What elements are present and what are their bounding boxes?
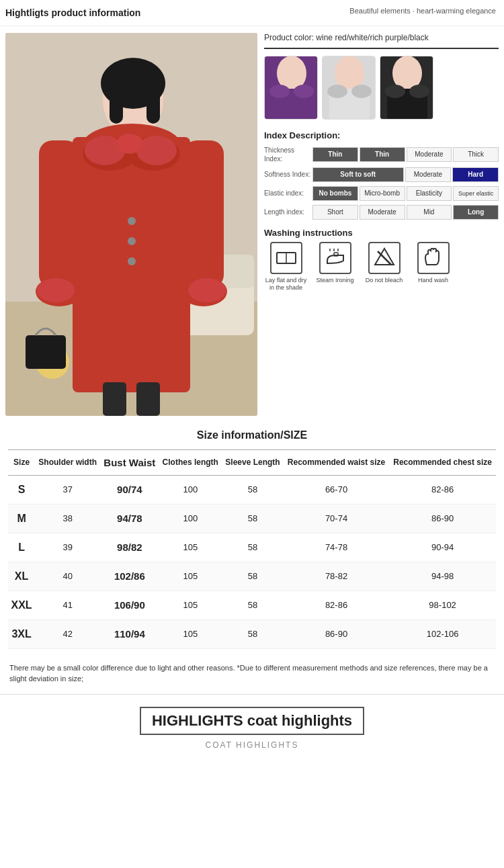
- index-section: Index Description: Thickness Index: Thin…: [264, 130, 499, 220]
- table-cell: L: [8, 533, 35, 562]
- disclaimer: There may be a small color difference du…: [0, 656, 504, 691]
- svg-point-38: [327, 85, 347, 98]
- col-clothes-length: Clothes length: [159, 449, 222, 475]
- washing-icons: Lay flat and dry in the shade Steam Iron…: [264, 242, 499, 292]
- table-cell: 100: [159, 504, 222, 533]
- swatch-purple-img: [265, 56, 318, 120]
- svg-rect-17: [183, 140, 224, 288]
- table-cell: 42: [35, 619, 100, 648]
- table-cell: 90/74: [100, 475, 159, 504]
- svg-rect-7: [110, 83, 123, 124]
- table-cell: 58: [222, 619, 284, 648]
- wash-item-bleach: Do not bleach: [362, 242, 406, 285]
- svg-point-23: [128, 237, 136, 245]
- table-cell: 105: [159, 562, 222, 591]
- index-title: Index Description:: [264, 130, 499, 140]
- size-table: Size Shoulder width Bust Waist Clothes l…: [8, 449, 496, 649]
- table-cell: S: [8, 475, 35, 504]
- washing-section: Washing instructions Lay flat and dry in…: [264, 228, 499, 292]
- table-cell: 94/78: [100, 504, 159, 533]
- length-label: Length index:: [264, 208, 312, 216]
- product-info: Product color: wine red/white/rich purpl…: [264, 33, 499, 416]
- table-cell: 58: [222, 562, 284, 591]
- washing-title: Washing instructions: [264, 228, 499, 238]
- table-cell: 100: [159, 475, 222, 504]
- wash-item-hand: Hand wash: [411, 242, 455, 285]
- table-cell: M: [8, 504, 35, 533]
- flat-dry-label: Lay flat and dry in the shade: [264, 277, 308, 292]
- table-cell: 105: [159, 619, 222, 648]
- softness-seg-1: Soft to soft: [312, 167, 404, 182]
- elastic-bar: No bombs Micro-bomb Elasticity Super ela…: [312, 186, 499, 201]
- hand-wash-label: Hand wash: [418, 277, 448, 285]
- col-shoulder: Shoulder width: [35, 449, 100, 475]
- table-row: XL40102/861055878-8294-98: [8, 562, 496, 591]
- length-seg-3: Mid: [407, 205, 452, 220]
- product-image: [5, 33, 257, 416]
- size-section: Size information/SIZE Size Shoulder widt…: [0, 423, 504, 656]
- section-divider: [0, 694, 504, 695]
- table-cell: 82-86: [284, 591, 389, 619]
- size-table-body: S3790/741005866-7082-86M3894/781005870-7…: [8, 475, 496, 648]
- softness-row: Softness Index: Soft to soft Moderate Ha…: [264, 167, 499, 182]
- highlights-box: HIGHLIGHTS coat highlights: [140, 707, 364, 735]
- svg-marker-51: [375, 249, 394, 265]
- table-cell: 110/94: [100, 619, 159, 648]
- table-cell: 41: [35, 591, 100, 619]
- steam-iron-label: Steam Ironing: [316, 277, 353, 285]
- svg-point-15: [116, 134, 143, 154]
- flat-dry-icon: [270, 242, 302, 274]
- page-header: Hightligts product information Beautiful…: [0, 0, 504, 26]
- elastic-seg-4: Super elastic: [453, 186, 499, 201]
- elastic-seg-3: Elasticity: [407, 186, 452, 201]
- table-cell: 3XL: [8, 619, 35, 648]
- table-cell: 58: [222, 591, 284, 619]
- table-cell: 106/90: [100, 591, 159, 619]
- thickness-bar: Thin Thin Moderate Thick: [312, 147, 499, 162]
- svg-point-19: [37, 278, 75, 302]
- thickness-seg-4: Thick: [453, 147, 499, 162]
- table-cell: 74-78: [284, 533, 389, 562]
- table-cell: 78-82: [284, 562, 389, 591]
- svg-point-43: [385, 85, 405, 98]
- swatch-white[interactable]: [322, 56, 376, 120]
- col-size: Size: [8, 449, 35, 475]
- color-label: Product color: wine red/white/rich purpl…: [264, 33, 499, 42]
- swatch-black-img: [380, 56, 433, 120]
- svg-rect-25: [103, 382, 126, 416]
- table-cell: 39: [35, 533, 100, 562]
- svg-rect-8: [146, 83, 160, 124]
- table-row: M3894/781005870-7486-90: [8, 504, 496, 533]
- elastic-label: Elastic index:: [264, 189, 312, 198]
- table-cell: 86-90: [284, 619, 389, 648]
- col-waist: Recommended waist size: [284, 449, 389, 475]
- steam-iron-icon: [319, 242, 351, 274]
- svg-point-44: [409, 85, 429, 98]
- table-cell: 38: [35, 504, 100, 533]
- svg-line-52: [378, 251, 391, 265]
- hand-wash-icon: [417, 242, 450, 274]
- length-seg-4: Long: [453, 205, 499, 220]
- thickness-label: Thickness Index:: [264, 146, 312, 163]
- elastic-seg-2: Micro-bomb: [360, 186, 405, 201]
- header-tagline: Beautiful elements · heart-warming elega…: [349, 7, 496, 15]
- swatch-purple[interactable]: [264, 56, 318, 120]
- no-bleach-icon: [368, 242, 401, 274]
- coat-illustration: [5, 33, 257, 416]
- col-sleeve: Sleeve Length: [222, 449, 284, 475]
- size-title: Size information/SIZE: [8, 429, 496, 441]
- swatch-white-img: [323, 56, 376, 120]
- table-row: XXL41106/901055882-8698-102: [8, 591, 496, 619]
- length-row: Length index: Short Moderate Mid Long: [264, 205, 499, 220]
- table-cell: 98-102: [389, 591, 496, 619]
- swatch-black[interactable]: [380, 56, 433, 120]
- softness-seg-3: Hard: [452, 167, 499, 182]
- table-cell: 82-86: [389, 475, 496, 504]
- svg-point-24: [128, 257, 136, 265]
- elastic-row: Elastic index: No bombs Micro-bomb Elast…: [264, 186, 499, 201]
- svg-rect-47: [334, 253, 338, 256]
- thickness-row: Thickness Index: Thin Thin Moderate Thic…: [264, 146, 499, 163]
- table-cell: 90-94: [389, 533, 496, 562]
- no-bleach-label: Do not bleach: [366, 277, 403, 285]
- table-cell: 86-90: [389, 504, 496, 533]
